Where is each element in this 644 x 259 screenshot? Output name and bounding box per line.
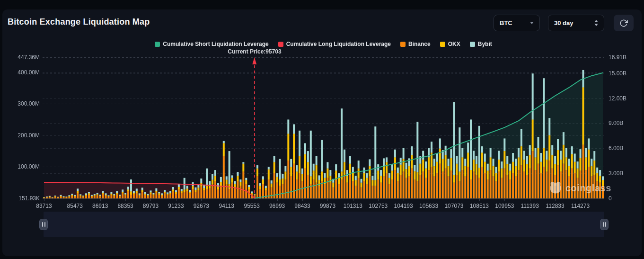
legend-swatch-icon [440,42,445,47]
y-axis-label: 3.00B [609,170,623,177]
liquidation-map-app: Bitcoin Exchange Liquidation Map BTC 30 … [0,0,644,259]
chart-legend: Cumulative Short Liquidation LeverageCum… [43,41,604,47]
x-axis-label: 104193 [394,203,413,209]
y-axis-label: 100.00M [0,163,40,170]
y-axis-label: 151.93K [0,195,40,202]
navigator-slider[interactable] [44,212,604,237]
legend-item[interactable]: Cumulative Long Liquidation Leverage [278,41,391,47]
x-axis-label: 112833 [546,203,565,209]
y-axis-label: 400.00M [0,69,40,76]
x-axis-label: 99873 [320,203,335,209]
y-axis-label: 9.00B [609,120,623,126]
watermark-text: coinglass [565,183,611,194]
y-axis-label: 300.00M [0,100,40,107]
y-axis-label: 15.00B [609,70,626,77]
legend-swatch-icon [278,42,283,47]
legend-item[interactable]: Binance [400,41,431,47]
legend-label: OKX [448,41,460,47]
x-axis-label: 109953 [495,203,514,209]
x-axis-label: 92673 [194,203,209,209]
current-price-label: Current Price:95703 [228,48,281,55]
x-axis-label: 107073 [444,203,463,209]
legend-label: Cumulative Long Liquidation Leverage [286,41,391,47]
x-axis-label: 105633 [419,203,438,209]
x-axis-label: 98433 [294,203,310,209]
legend-item[interactable]: Bybit [470,41,492,47]
x-axis-label: 83713 [36,203,52,209]
y-axis-label: 447.36M [0,54,40,61]
x-axis-label: 96993 [269,203,285,209]
legend-item[interactable]: Cumulative Short Liquidation Leverage [155,41,268,47]
x-axis-label: 85473 [67,203,83,209]
x-axis-label: 101313 [344,203,362,209]
legend-label: Cumulative Short Liquidation Leverage [163,41,268,47]
x-axis-label: 94113 [219,203,234,209]
legend-item[interactable]: OKX [440,41,460,47]
y-axis-label: 16.91B [609,54,626,61]
y-axis-label: 0 [609,195,612,202]
watermark: coinglass [549,181,611,195]
legend-label: Bybit [478,41,492,47]
x-axis-label: 91233 [168,203,184,209]
legend-swatch-icon [155,42,160,47]
coinglass-logo-icon [549,181,562,195]
x-axis-label: 102753 [369,203,388,209]
y-axis-label: 12.00B [609,95,626,102]
navigator-handle-left[interactable] [39,219,48,230]
x-axis-label: 108513 [470,203,489,209]
x-axis-label: 86913 [92,203,108,209]
x-axis-label: 88353 [117,203,133,209]
x-axis-label: 114273 [571,203,590,209]
y-axis-label: 200.00M [0,132,40,139]
x-axis-label: 111393 [521,203,539,209]
navigator-handle-right[interactable] [600,219,609,230]
x-axis-label: 89793 [143,203,159,209]
x-axis-label: 95553 [244,203,259,209]
legend-swatch-icon [470,42,475,47]
y-axis-label: 6.00B [609,145,623,152]
legend-label: Binance [408,41,431,47]
legend-swatch-icon [400,42,406,47]
